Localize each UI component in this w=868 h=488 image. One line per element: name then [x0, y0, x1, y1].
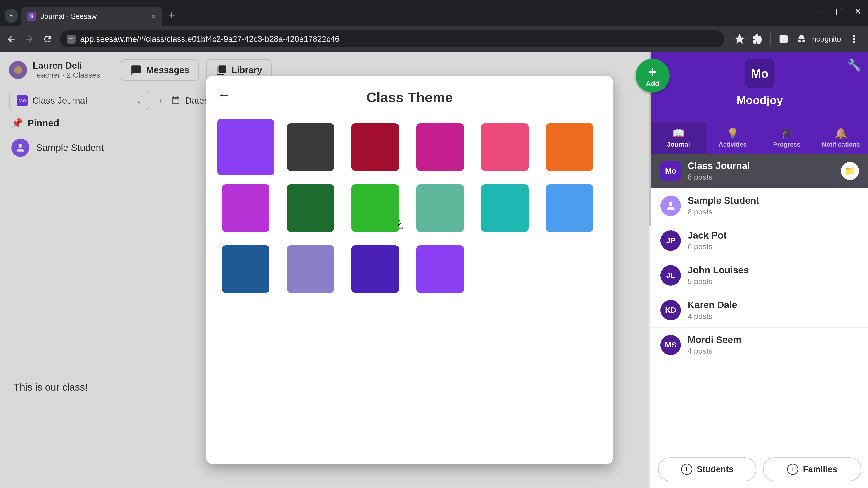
svg-point-4 [853, 41, 855, 43]
tab-progress[interactable]: 🎓 Progress [760, 122, 814, 154]
students-button[interactable]: + Students [658, 457, 756, 481]
color-swatch-sky-blue[interactable] [546, 184, 593, 232]
list-avatar [660, 196, 681, 216]
svg-point-3 [853, 38, 855, 40]
close-window-button[interactable]: ✕ [855, 7, 861, 16]
color-swatch-magenta[interactable] [416, 123, 464, 171]
window-controls: ─ ▢ ✕ [818, 7, 861, 16]
color-swatch-dark-gray[interactable] [287, 123, 334, 171]
color-swatch-orange[interactable] [546, 123, 593, 171]
site-info-icon[interactable] [67, 35, 76, 43]
list-item[interactable]: Sample Student8 posts [651, 188, 868, 223]
families-button[interactable]: + Families [763, 457, 861, 481]
list-item-posts: 8 posts [688, 173, 834, 182]
color-grid [220, 119, 599, 297]
color-swatch-crimson[interactable] [351, 123, 399, 171]
student-list[interactable]: MoClass Journal8 posts📁Sample Student8 p… [651, 154, 868, 450]
settings-icon[interactable]: 🔧 [847, 59, 861, 72]
color-swatch-green[interactable] [351, 184, 399, 232]
tab-activities[interactable]: 💡 Activities [706, 122, 760, 154]
svg-point-2 [853, 35, 855, 37]
side-panel-icon[interactable] [779, 34, 789, 44]
list-item-posts: 6 posts [688, 242, 859, 251]
extensions-icon[interactable] [752, 34, 763, 44]
list-avatar: JP [660, 230, 681, 251]
folder-icon[interactable]: 📁 [841, 162, 859, 180]
plus-circle-icon: + [681, 464, 692, 475]
list-item-name: Class Journal [688, 160, 834, 171]
color-swatch-lavender[interactable] [287, 246, 334, 293]
tab-close-icon[interactable]: × [151, 12, 156, 21]
color-swatch-indigo[interactable] [351, 246, 399, 293]
browser-tab-bar: S Journal - Seesaw × + ─ ▢ ✕ [0, 0, 868, 26]
browser-tab[interactable]: S Journal - Seesaw × [22, 7, 162, 26]
plus-circle-icon: + [787, 464, 798, 475]
tab-favicon: S [27, 12, 36, 21]
color-swatch-teal[interactable] [481, 184, 529, 232]
url-text: app.seesaw.me/#/class/class.e01bf4c2-9a2… [80, 34, 340, 44]
color-swatch-dark-green[interactable] [287, 184, 334, 232]
sidebar: + Add Mo Moodjoy 🔧 📖 Journal 💡 Activitie… [651, 52, 868, 488]
tab-search-button[interactable] [4, 9, 18, 23]
plus-icon: + [648, 64, 657, 80]
list-item-name: Mordi Seem [688, 334, 859, 345]
notifications-icon: 🔔 [835, 127, 847, 139]
list-item[interactable]: MSMordi Seem4 posts [651, 328, 868, 362]
bookmark-icon[interactable] [735, 34, 745, 44]
list-item-name: Karen Dale [688, 300, 859, 311]
reload-button[interactable] [42, 33, 53, 45]
list-avatar: Mo [660, 161, 681, 181]
list-item[interactable]: KDKaren Dale4 posts [651, 293, 868, 328]
color-swatch-bright-purple[interactable] [416, 246, 464, 293]
list-avatar: JL [660, 265, 681, 286]
list-item[interactable]: MoClass Journal8 posts📁 [651, 154, 868, 188]
minimize-button[interactable]: ─ [818, 7, 824, 16]
tab-title: Journal - Seesaw [41, 12, 151, 21]
color-swatch-purple[interactable] [217, 119, 274, 175]
list-item[interactable]: JLJohn Louises5 posts [651, 258, 868, 293]
list-item-name: Jack Pot [688, 230, 859, 241]
modal-title: Class Theme [220, 89, 599, 105]
list-avatar: MS [660, 335, 681, 355]
back-button[interactable] [6, 33, 17, 45]
class-theme-modal: ← Class Theme [206, 76, 613, 464]
new-tab-button[interactable]: + [168, 8, 175, 22]
list-avatar: KD [660, 300, 681, 320]
forward-button[interactable] [24, 33, 35, 45]
svg-rect-0 [780, 36, 787, 42]
progress-icon: 🎓 [780, 127, 793, 139]
class-title: Moodjoy [658, 94, 861, 107]
color-swatch-sea-green[interactable] [416, 184, 464, 232]
journal-icon: 📖 [672, 127, 685, 139]
tab-journal[interactable]: 📖 Journal [651, 122, 706, 154]
modal-back-button[interactable]: ← [217, 87, 231, 103]
sidebar-nav: 📖 Journal 💡 Activities 🎓 Progress 🔔 Noti… [651, 122, 868, 154]
color-swatch-pink[interactable] [481, 123, 529, 171]
list-item-posts: 5 posts [688, 277, 859, 286]
color-swatch-violet[interactable] [222, 184, 270, 232]
address-bar: app.seesaw.me/#/class/class.e01bf4c2-9a2… [0, 26, 868, 52]
class-logo: Mo [745, 59, 774, 88]
list-item-name: Sample Student [688, 195, 859, 206]
activities-icon: 💡 [726, 127, 739, 139]
sidebar-header: + Add Mo Moodjoy 🔧 [651, 52, 868, 122]
list-item-posts: 8 posts [688, 207, 859, 216]
list-item-posts: 4 posts [688, 347, 859, 355]
chrome-menu-icon[interactable] [849, 34, 859, 44]
maximize-button[interactable]: ▢ [835, 7, 843, 16]
incognito-badge[interactable]: Incognito [797, 34, 841, 44]
url-bar[interactable]: app.seesaw.me/#/class/class.e01bf4c2-9a2… [60, 31, 724, 47]
list-item[interactable]: JPJack Pot6 posts [651, 223, 868, 258]
sidebar-footer: + Students + Families [651, 450, 868, 488]
add-button[interactable]: + Add [636, 59, 670, 93]
tab-notifications[interactable]: 🔔 Notifications [814, 122, 868, 154]
list-item-posts: 4 posts [688, 312, 859, 321]
list-item-name: John Louises [688, 265, 859, 275]
color-swatch-navy[interactable] [222, 246, 270, 293]
